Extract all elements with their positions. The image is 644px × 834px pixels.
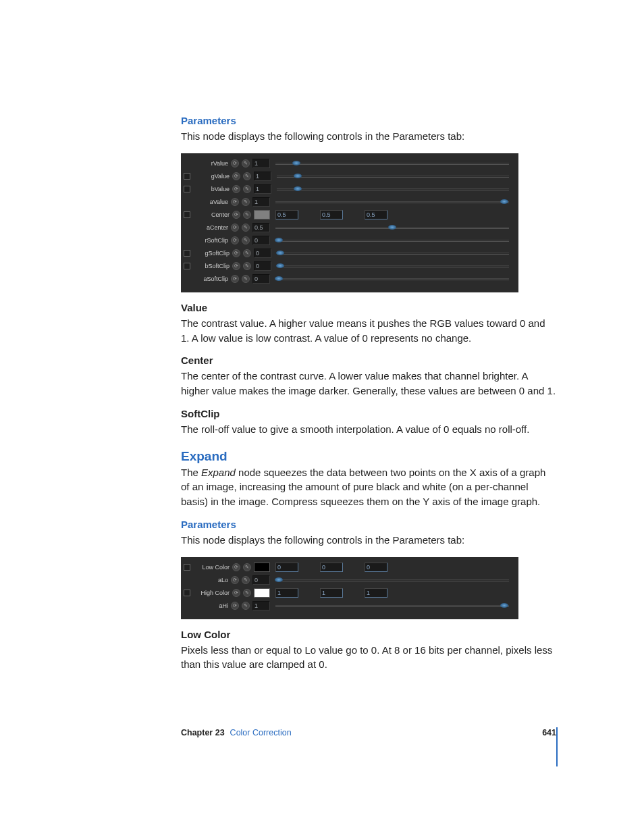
edit-icon[interactable]: ✎ (243, 172, 251, 180)
param-label: aSoftClip (193, 276, 228, 282)
value-field[interactable]: 0.5 (365, 210, 387, 219)
value-field[interactable]: 1 (254, 172, 271, 181)
reset-icon[interactable]: ⟳ (232, 249, 240, 257)
slider[interactable] (275, 602, 509, 610)
value-field[interactable]: 1 (252, 159, 270, 168)
slider[interactable] (275, 576, 509, 584)
edit-icon[interactable]: ✎ (242, 236, 250, 244)
edit-icon[interactable]: ✎ (242, 275, 250, 283)
slider-handle[interactable] (276, 251, 284, 255)
value-field[interactable]: 1 (254, 184, 271, 194)
slider-handle[interactable] (294, 186, 302, 191)
reset-icon[interactable]: ⟳ (231, 198, 239, 206)
edit-icon[interactable]: ✎ (242, 159, 250, 167)
toggle-icon[interactable] (184, 211, 190, 218)
slider-handle[interactable] (388, 225, 396, 230)
slider[interactable] (275, 224, 509, 232)
edit-icon[interactable]: ✎ (242, 224, 250, 232)
value-field[interactable]: 1 (320, 588, 343, 598)
value-field[interactable]: 1 (365, 588, 387, 598)
value-field[interactable]: 0 (320, 563, 343, 572)
param-label: aCenter (193, 224, 228, 231)
color-swatch[interactable] (254, 563, 270, 572)
value-field[interactable]: 0 (252, 575, 270, 585)
parameters-heading-2: Parameters (181, 519, 556, 530)
color-swatch[interactable] (254, 210, 270, 219)
param-row: gValue⟳✎1 (184, 170, 512, 183)
toggle-icon[interactable] (184, 186, 190, 192)
param-row: aCenter⟳✎0.5 (184, 221, 512, 234)
edit-icon[interactable]: ✎ (242, 576, 250, 584)
reset-icon[interactable]: ⟳ (231, 224, 239, 232)
slider-handle[interactable] (276, 263, 284, 268)
edit-icon[interactable]: ✎ (242, 602, 250, 610)
slider-handle[interactable] (275, 238, 283, 242)
edit-icon[interactable]: ✎ (242, 198, 250, 206)
slider-handle[interactable] (294, 174, 302, 178)
value-field[interactable]: 0 (365, 563, 387, 572)
reset-icon[interactable]: ⟳ (231, 236, 239, 244)
edit-icon[interactable]: ✎ (243, 589, 251, 597)
parameters-panel-2: Low Color⟳✎000aLo⟳✎0High Color⟳✎111aHi⟳✎… (181, 557, 518, 619)
reset-icon[interactable]: ⟳ (231, 275, 239, 283)
reset-icon[interactable]: ⟳ (232, 185, 240, 193)
param-row: rValue⟳✎1 (184, 157, 512, 170)
reset-icon[interactable]: ⟳ (231, 576, 239, 584)
slider[interactable] (277, 172, 509, 180)
edit-icon[interactable]: ✎ (243, 211, 251, 219)
param-label: aLo (193, 577, 228, 583)
value-field[interactable]: 1 (252, 197, 270, 207)
sub-body: The contrast value. A higher value means… (181, 316, 556, 346)
value-field[interactable]: 0.5 (320, 210, 343, 219)
value-field[interactable]: 0.5 (252, 223, 270, 232)
toggle-icon[interactable] (184, 263, 190, 269)
param-label: rValue (193, 160, 228, 167)
reset-icon[interactable]: ⟳ (232, 589, 240, 597)
toggle-icon[interactable] (184, 590, 190, 596)
slider-handle[interactable] (275, 276, 283, 281)
slider[interactable] (277, 249, 509, 257)
edit-icon[interactable]: ✎ (243, 563, 251, 571)
slider-handle[interactable] (500, 603, 508, 608)
value-field[interactable]: 0 (254, 249, 271, 258)
edit-icon[interactable]: ✎ (243, 262, 251, 270)
value-field[interactable]: 0 (275, 563, 298, 572)
page-number: 641 (542, 728, 556, 737)
sub-body: Pixels less than or equal to Lo value go… (181, 643, 556, 673)
toggle-icon[interactable] (184, 564, 190, 571)
sub-body: The roll-off value to give a smooth inte… (181, 422, 556, 437)
value-field[interactable]: 0 (254, 261, 271, 271)
reset-icon[interactable]: ⟳ (232, 563, 240, 571)
value-field[interactable]: 0.5 (275, 210, 298, 219)
slider[interactable] (277, 262, 509, 270)
slider[interactable] (275, 275, 509, 283)
reset-icon[interactable]: ⟳ (231, 602, 239, 610)
slider-handle[interactable] (275, 577, 283, 582)
chapter-name: Color Correction (230, 728, 292, 737)
slider-handle[interactable] (500, 199, 508, 204)
reset-icon[interactable]: ⟳ (232, 172, 240, 180)
parameters-intro-1: This node displays the following control… (181, 129, 556, 144)
edit-icon[interactable]: ✎ (243, 185, 251, 193)
value-field[interactable]: 0 (252, 236, 270, 245)
slider[interactable] (275, 236, 509, 244)
reset-icon[interactable]: ⟳ (232, 211, 240, 219)
slider-handle[interactable] (292, 161, 300, 165)
param-row: bSoftClip⟳✎0 (184, 260, 512, 273)
value-field[interactable]: 1 (252, 601, 270, 610)
page-footer: Chapter 23 Color Correction 641 (181, 726, 556, 739)
reset-icon[interactable]: ⟳ (231, 159, 239, 167)
toggle-icon[interactable] (184, 173, 190, 180)
expand-body: The Expand node squeezes the data betwee… (181, 465, 556, 509)
value-field[interactable]: 1 (275, 588, 298, 598)
slider[interactable] (277, 185, 509, 193)
param-row: aLo⟳✎0 (184, 574, 512, 587)
edit-icon[interactable]: ✎ (243, 249, 251, 257)
toggle-icon[interactable] (184, 250, 190, 257)
slider[interactable] (275, 198, 509, 206)
slider[interactable] (275, 159, 509, 167)
param-label: bValue (194, 186, 230, 192)
value-field[interactable]: 0 (252, 274, 270, 284)
color-swatch[interactable] (254, 588, 270, 598)
reset-icon[interactable]: ⟳ (232, 262, 240, 270)
